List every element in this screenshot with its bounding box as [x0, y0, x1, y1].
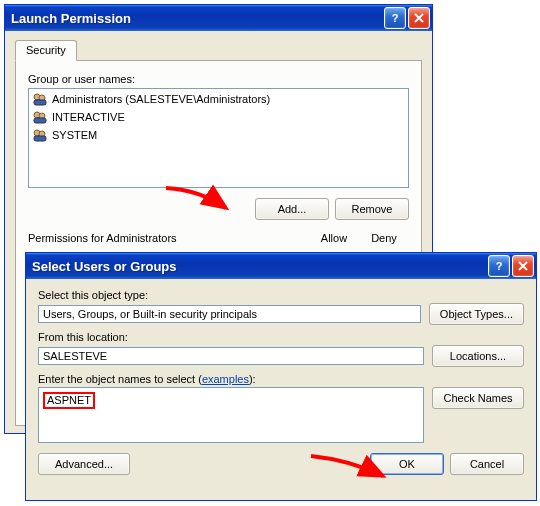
deny-column-header: Deny — [359, 232, 409, 244]
user-listbox[interactable]: Administrators (SALESTEVE\Administrators… — [28, 88, 409, 188]
object-names-input[interactable]: ASPNET — [38, 387, 424, 443]
list-item[interactable]: INTERACTIVE — [30, 108, 407, 126]
titlebar[interactable]: Launch Permission ? — [5, 5, 432, 31]
svg-rect-6 — [34, 118, 46, 123]
object-type-field[interactable] — [38, 305, 421, 323]
permissions-label: Permissions for Administrators — [28, 232, 309, 244]
cancel-button[interactable]: Cancel — [450, 453, 524, 475]
list-item[interactable]: SYSTEM — [30, 126, 407, 144]
list-item-label: INTERACTIVE — [52, 111, 125, 123]
remove-button[interactable]: Remove — [335, 198, 409, 220]
locations-button[interactable]: Locations... — [432, 345, 524, 367]
location-field[interactable] — [38, 347, 424, 365]
enter-names-label: Enter the object names to select (exampl… — [38, 373, 524, 385]
tabstrip: Security — [15, 39, 422, 61]
list-item-label: SYSTEM — [52, 129, 97, 141]
location-label: From this location: — [38, 331, 524, 343]
examples-link[interactable]: examples — [202, 373, 249, 385]
group-icon — [32, 127, 48, 143]
group-icon — [32, 109, 48, 125]
svg-rect-3 — [34, 100, 46, 105]
add-button[interactable]: Add... — [255, 198, 329, 220]
group-icon — [32, 91, 48, 107]
list-item-label: Administrators (SALESTEVE\Administrators… — [52, 93, 270, 105]
select-users-dialog: Select Users or Groups ? Select this obj… — [25, 252, 537, 501]
object-types-button[interactable]: Object Types... — [429, 303, 524, 325]
window-title: Launch Permission — [11, 11, 382, 26]
window-title: Select Users or Groups — [32, 259, 486, 274]
svg-text:?: ? — [496, 260, 503, 272]
ok-button[interactable]: OK — [370, 453, 444, 475]
entered-name-highlight: ASPNET — [43, 392, 95, 409]
group-or-user-label: Group or user names: — [28, 73, 409, 85]
tab-security[interactable]: Security — [15, 40, 77, 61]
list-item[interactable]: Administrators (SALESTEVE\Administrators… — [30, 90, 407, 108]
advanced-button[interactable]: Advanced... — [38, 453, 130, 475]
help-icon[interactable]: ? — [488, 255, 510, 277]
titlebar[interactable]: Select Users or Groups ? — [26, 253, 536, 279]
close-icon[interactable] — [408, 7, 430, 29]
allow-column-header: Allow — [309, 232, 359, 244]
svg-rect-9 — [34, 136, 46, 141]
close-icon[interactable] — [512, 255, 534, 277]
check-names-button[interactable]: Check Names — [432, 387, 524, 409]
help-icon[interactable]: ? — [384, 7, 406, 29]
object-type-label: Select this object type: — [38, 289, 524, 301]
svg-text:?: ? — [392, 12, 399, 24]
